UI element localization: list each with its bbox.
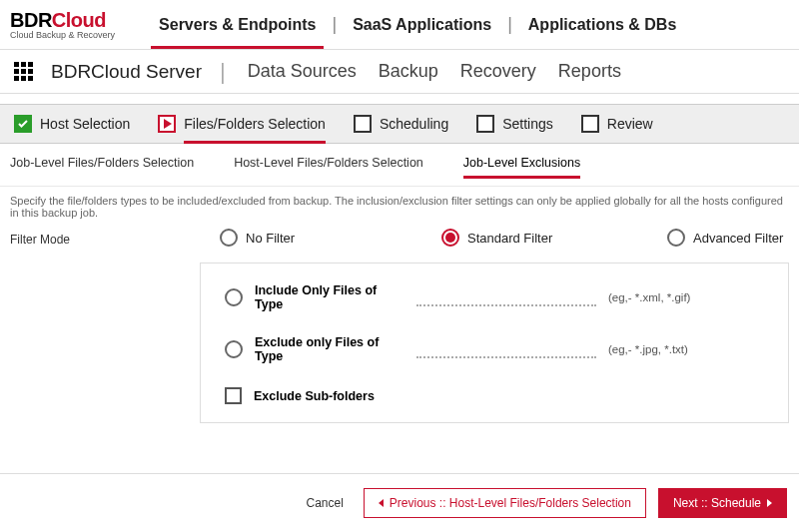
radio-include-only[interactable]: [225, 288, 243, 306]
nav-saas-applications[interactable]: SaaS Applications: [339, 2, 505, 48]
radio-label: Advanced Filter: [693, 231, 783, 246]
radio-label: No Filter: [246, 231, 295, 246]
wizard-step-settings[interactable]: Settings: [476, 115, 553, 133]
exclude-types-input[interactable]: [416, 340, 596, 358]
top-header: BDRCloud Cloud Backup & Recovery Servers…: [0, 0, 799, 50]
radio-advanced-filter[interactable]: Advanced Filter: [667, 229, 783, 247]
include-types-input[interactable]: [416, 288, 596, 306]
tab-host-level-files[interactable]: Host-Level Files/Folders Selection: [234, 156, 423, 178]
include-hint: (eg,- *.xml, *.gif): [608, 291, 690, 303]
filter-mode-label: Filter Mode: [10, 229, 220, 247]
previous-button-label: Previous :: Host-Level Files/Folders Sel…: [390, 496, 631, 510]
apps-grid-icon[interactable]: [14, 62, 33, 81]
next-button-label: Next :: Schedule: [673, 496, 761, 510]
radio-icon: [441, 229, 459, 247]
nav-separator: |: [505, 14, 514, 35]
logo-subtitle: Cloud Backup & Recovery: [10, 30, 115, 40]
radio-exclude-only[interactable]: [225, 340, 243, 358]
wizard-step-label: Scheduling: [380, 116, 448, 132]
empty-box-icon: [476, 115, 494, 133]
empty-box-icon: [581, 115, 599, 133]
exclude-label: Exclude only Files of Type: [255, 335, 404, 363]
tabs: Job-Level Files/Folders Selection Host-L…: [0, 144, 799, 187]
filter-mode-row: Filter Mode No Filter Standard Filter Ad…: [0, 223, 799, 253]
wizard-step-label: Files/Folders Selection: [184, 116, 326, 132]
wizard-step-label: Review: [607, 116, 653, 132]
play-icon: [158, 115, 176, 133]
wizard-steps: Host Selection Files/Folders Selection S…: [0, 104, 799, 144]
subnav-reports[interactable]: Reports: [558, 61, 621, 82]
radio-icon: [667, 229, 685, 247]
standard-filter-panel: Include Only Files of Type (eg,- *.xml, …: [200, 263, 789, 423]
subnav-recovery[interactable]: Recovery: [460, 61, 536, 82]
exclude-hint: (eg,- *.jpg, *.txt): [608, 343, 688, 355]
radio-label: Standard Filter: [467, 231, 552, 246]
radio-standard-filter[interactable]: Standard Filter: [441, 229, 667, 247]
include-row: Include Only Files of Type (eg,- *.xml, …: [225, 283, 764, 311]
filter-radio-group: No Filter Standard Filter Advanced Filte…: [220, 229, 789, 247]
empty-box-icon: [354, 115, 372, 133]
nav-servers-endpoints[interactable]: Servers & Endpoints: [145, 2, 330, 48]
tab-job-level-files[interactable]: Job-Level Files/Folders Selection: [10, 156, 194, 178]
wizard-step-label: Settings: [502, 116, 553, 132]
chevron-left-icon: [379, 499, 384, 507]
include-label: Include Only Files of Type: [255, 283, 404, 311]
tab-job-level-exclusions[interactable]: Job-Level Exclusions: [463, 156, 580, 178]
radio-icon: [220, 229, 238, 247]
brand-logo: BDRCloud Cloud Backup & Recovery: [10, 9, 115, 40]
main-nav: Servers & Endpoints | SaaS Applications …: [145, 2, 690, 48]
sub-nav: Data Sources Backup Recovery Reports: [248, 61, 621, 82]
exclude-row: Exclude only Files of Type (eg,- *.jpg, …: [225, 335, 764, 363]
subnav-backup[interactable]: Backup: [379, 61, 438, 82]
checkbox-exclude-subfolders[interactable]: [225, 387, 242, 404]
chevron-right-icon: [767, 499, 772, 507]
wizard-step-files-folders[interactable]: Files/Folders Selection: [158, 115, 326, 133]
exclude-subfolders-label: Exclude Sub-folders: [254, 389, 403, 403]
footer-actions: Cancel Previous :: Host-Level Files/Fold…: [0, 473, 799, 532]
subnav-data-sources[interactable]: Data Sources: [248, 61, 357, 82]
previous-button[interactable]: Previous :: Host-Level Files/Folders Sel…: [364, 488, 646, 518]
logo-cloud: Cloud: [52, 9, 106, 31]
cancel-button[interactable]: Cancel: [298, 490, 351, 516]
description-text: Specify the file/folders types to be inc…: [0, 187, 799, 223]
sub-header: BDRCloud Server | Data Sources Backup Re…: [0, 50, 799, 94]
radio-no-filter[interactable]: No Filter: [220, 229, 441, 247]
next-button[interactable]: Next :: Schedule: [658, 488, 787, 518]
nav-applications-dbs[interactable]: Applications & DBs: [514, 2, 690, 48]
wizard-step-host-selection[interactable]: Host Selection: [14, 115, 130, 133]
exclude-subfolders-row: Exclude Sub-folders: [225, 387, 764, 404]
wizard-step-label: Host Selection: [40, 116, 130, 132]
page-title: BDRCloud Server: [51, 61, 202, 83]
wizard-step-scheduling[interactable]: Scheduling: [354, 115, 448, 133]
check-icon: [14, 115, 32, 133]
title-separator: |: [220, 59, 226, 85]
nav-separator: |: [330, 14, 339, 35]
logo-bdr: BDR: [10, 9, 52, 31]
wizard-step-review[interactable]: Review: [581, 115, 653, 133]
